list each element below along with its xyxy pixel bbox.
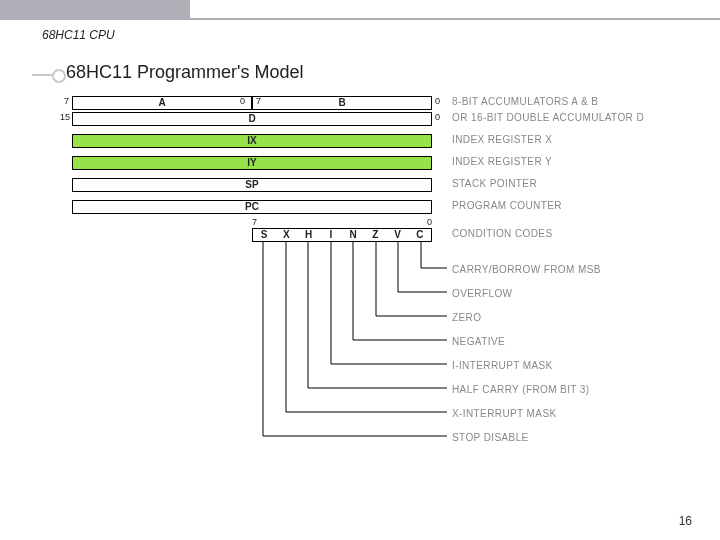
slide-accent-bar: [0, 0, 190, 18]
bitnum: 0: [240, 96, 245, 106]
breadcrumb: 68HC11 CPU: [42, 28, 115, 42]
ccr-bit-N: N: [342, 229, 364, 241]
desc-iy: INDEX REGISTER Y: [452, 156, 552, 167]
flag-xmask: X-INTERRUPT MASK: [452, 408, 557, 419]
desc-accumulators: 8-BIT ACCUMULATORS A & B: [452, 96, 598, 107]
desc-sp: STACK POINTER: [452, 178, 537, 189]
desc-ccr: CONDITION CODES: [452, 228, 552, 239]
reg-IX: IX: [72, 134, 432, 148]
ccr-bit-S: S: [253, 229, 275, 241]
ccr-flag-lines: [252, 242, 452, 462]
flag-negative: NEGATIVE: [452, 336, 505, 347]
row-pc: PC PROGRAM COUNTER: [72, 200, 672, 214]
bitnum: 15: [60, 112, 70, 122]
page-title: 68HC11 Programmer's Model: [66, 62, 304, 83]
ccr-bit-C: C: [409, 229, 431, 241]
bitnum: 7: [252, 217, 257, 227]
page-number: 16: [679, 514, 692, 528]
reg-CCR: S X H I N Z V C: [252, 228, 432, 242]
flag-zero: ZERO: [452, 312, 481, 323]
slide-accent-line: [0, 18, 720, 20]
row-iy: IY INDEX REGISTER Y: [72, 156, 672, 170]
ccr-bit-Z: Z: [364, 229, 386, 241]
flag-carry: CARRY/BORROW FROM MSB: [452, 264, 601, 275]
desc-d: OR 16-BIT DOUBLE ACCUMULATOR D: [452, 112, 644, 123]
reg-D: D: [72, 112, 432, 126]
reg-SP: SP: [72, 178, 432, 192]
reg-B: B: [252, 96, 432, 110]
reg-PC: PC: [72, 200, 432, 214]
programmer-model-diagram: 7 A 0 7 B 0 8-BIT ACCUMULATORS A & B 15 …: [72, 96, 672, 250]
ccr-bitnums: 7 0: [252, 217, 432, 227]
ccr-bit-H: H: [298, 229, 320, 241]
bitnum: 0: [435, 96, 440, 106]
reg-IY: IY: [72, 156, 432, 170]
bitnum: 0: [427, 217, 432, 227]
row-accumulator-d: 15 D 0 OR 16-BIT DOUBLE ACCUMULATOR D: [72, 112, 672, 126]
flag-halfcarry: HALF CARRY (FROM BIT 3): [452, 384, 590, 395]
ccr-bit-I: I: [320, 229, 342, 241]
row-ix: IX INDEX REGISTER X: [72, 134, 672, 148]
bitnum: 0: [435, 112, 440, 122]
ccr-bit-X: X: [275, 229, 297, 241]
title-bullet-icon: [32, 74, 60, 76]
row-sp: SP STACK POINTER: [72, 178, 672, 192]
desc-pc: PROGRAM COUNTER: [452, 200, 562, 211]
flag-imask: I-INTERRUPT MASK: [452, 360, 553, 371]
reg-A: A: [72, 96, 252, 110]
bitnum: 7: [64, 96, 69, 106]
flag-overflow: OVERFLOW: [452, 288, 512, 299]
ccr-bit-V: V: [387, 229, 409, 241]
desc-ix: INDEX REGISTER X: [452, 134, 552, 145]
row-ccr: 7 0 S X H I N Z V C CONDITION CODES: [72, 228, 672, 242]
row-accumulators-ab: 7 A 0 7 B 0 8-BIT ACCUMULATORS A & B: [72, 96, 672, 110]
flag-stop: STOP DISABLE: [452, 432, 529, 443]
